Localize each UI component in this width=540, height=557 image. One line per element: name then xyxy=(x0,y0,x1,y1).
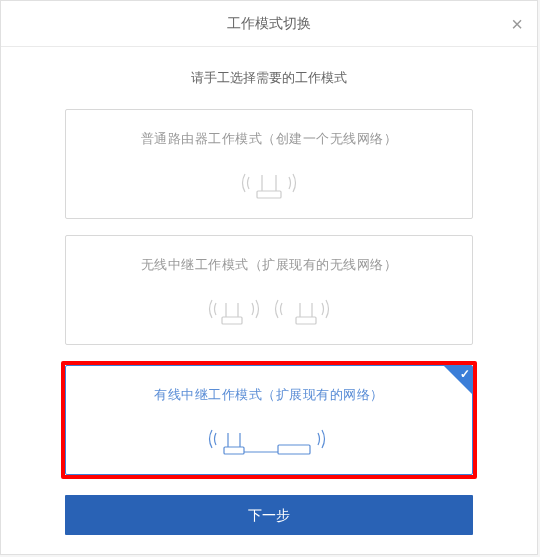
option-title: 普通路由器工作模式（创建一个无线网络） xyxy=(78,130,460,148)
option-wired-repeater[interactable]: 有线中继工作模式（扩展现有的网络） xyxy=(65,365,473,475)
instruction-text: 请手工选择需要的工作模式 xyxy=(1,69,537,87)
dialog-content: 请手工选择需要的工作模式 普通路由器工作模式（创建一个无线网络） xyxy=(1,47,537,535)
router-wired-pair-icon xyxy=(78,418,460,460)
watermark-text: www.it528.com xyxy=(409,8,530,26)
options-container: 普通路由器工作模式（创建一个无线网络） xyxy=(1,109,537,345)
option-title: 有线中继工作模式（扩展现有的网络） xyxy=(78,386,460,404)
svg-rect-8 xyxy=(296,317,316,324)
mode-switch-dialog: 工作模式切换 × 请手工选择需要的工作模式 普通路由器工作模式（创建一个无线网络… xyxy=(0,0,538,555)
option-wireless-repeater[interactable]: 无线中继工作模式（扩展现有的无线网络） xyxy=(65,235,473,345)
next-button[interactable]: 下一步 xyxy=(65,495,473,535)
svg-rect-11 xyxy=(224,447,244,454)
check-icon xyxy=(444,366,472,394)
svg-rect-2 xyxy=(257,191,281,198)
router-wireless-pair-icon xyxy=(78,288,460,330)
highlight-frame: 有线中继工作模式（扩展现有的网络） xyxy=(61,361,477,479)
dialog-title: 工作模式切换 xyxy=(227,15,311,33)
option-normal-router[interactable]: 普通路由器工作模式（创建一个无线网络） xyxy=(65,109,473,219)
router-single-icon xyxy=(78,162,460,204)
svg-rect-5 xyxy=(222,317,242,324)
option-title: 无线中继工作模式（扩展现有的无线网络） xyxy=(78,256,460,274)
svg-rect-13 xyxy=(278,445,310,454)
